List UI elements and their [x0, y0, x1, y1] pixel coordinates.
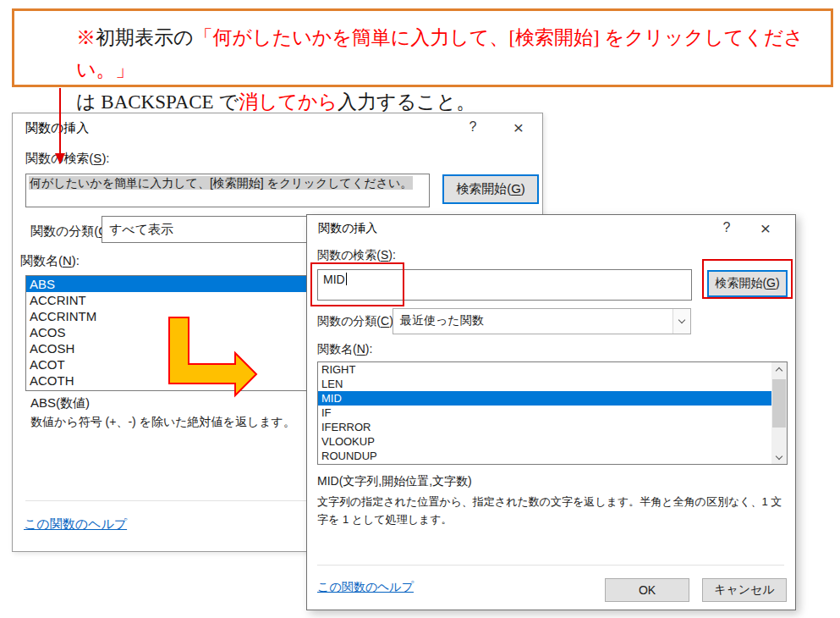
search-input[interactable]: 何がしたいかを簡単に入力して、[検索開始] をクリックしてください。	[25, 174, 430, 207]
list-item[interactable]: ABS	[26, 276, 308, 292]
category-select[interactable]: 最近使った関数	[393, 308, 691, 334]
help-button[interactable]: ?	[464, 119, 482, 135]
dialog-title: 関数の挿入	[318, 221, 377, 236]
dialog-title: 関数の挿入	[25, 120, 89, 136]
function-name-label: 関数名(N):	[317, 342, 372, 357]
function-signature: MID(文字列,開始位置,文字数)	[317, 474, 472, 489]
list-item[interactable]: ACOTH	[26, 372, 308, 389]
scroll-up-icon[interactable]	[771, 362, 787, 376]
insert-function-dialog-front: 関数の挿入 ? × 関数の検索(S): MID 検索開始(G) 関数の分類(C)…	[306, 214, 796, 610]
search-label: 関数の検索(S):	[317, 248, 396, 263]
list-item[interactable]: ROUNDUP	[318, 449, 771, 463]
callout-mark: ※	[76, 27, 96, 48]
chevron-down-icon[interactable]	[673, 309, 690, 334]
close-button[interactable]: ×	[756, 219, 775, 238]
list-item[interactable]: VLOOKUP	[318, 434, 771, 449]
screenshot-root: ※初期表示の「何がしたいかを簡単に入力して、[検索開始] をクリックしてください…	[0, 0, 840, 618]
highlight-box-search-button	[702, 259, 793, 299]
list-item[interactable]: ACCRINT	[26, 292, 308, 308]
function-list[interactable]: RIGHT LEN MID IF IFERROR VLOOKUP ROUNDUP	[317, 361, 788, 465]
list-item[interactable]: IFERROR	[318, 420, 771, 434]
list-item[interactable]: RIGHT	[318, 362, 771, 377]
category-value: すべて表示	[109, 222, 173, 238]
help-button[interactable]: ?	[717, 220, 736, 235]
list-item[interactable]: ACCRINTM	[26, 308, 308, 324]
selected-input-text: 何がしたいかを簡単に入力して、[検索開始] をクリックしてください。	[29, 176, 413, 190]
search-start-button[interactable]: 検索開始(G)	[442, 174, 539, 204]
cancel-button[interactable]: キャンセル	[702, 578, 787, 602]
function-description: 文字列の指定された位置から、指定された数の文字を返します。半角と全角の区別なく、…	[317, 493, 784, 528]
highlight-box-search-input	[310, 262, 404, 306]
list-item[interactable]: ACOSH	[26, 340, 308, 356]
list-item[interactable]: MID	[318, 391, 771, 406]
scrollbar[interactable]	[771, 362, 787, 464]
callout-text-black: 初期表示の	[96, 27, 194, 48]
function-help-link[interactable]: この関数のヘルプ	[317, 580, 414, 595]
instruction-callout: ※初期表示の「何がしたいかを簡単に入力して、[検索開始] をクリックしてください…	[12, 8, 833, 87]
function-description: 数値から符号 (+、-) を除いた絶対値を返します。	[30, 415, 295, 430]
search-label: 関数の検索(S):	[25, 151, 110, 167]
scroll-down-icon[interactable]	[771, 450, 787, 464]
scrollbar-thumb[interactable]	[772, 379, 786, 428]
list-item[interactable]: LEN	[318, 377, 771, 391]
function-list[interactable]: ABS ACCRINT ACCRINTM ACOS ACOSH ACOT ACO…	[25, 275, 309, 391]
list-item[interactable]: IF	[318, 406, 771, 420]
category-value: 最近使った関数	[400, 313, 484, 328]
callout-text-red: 消してから	[239, 91, 338, 113]
list-item[interactable]: ACOS	[26, 324, 308, 340]
callout-text-black: は BACKSPACE で	[76, 91, 239, 113]
ok-button[interactable]: OK	[605, 578, 689, 602]
function-name-label: 関数名(N):	[20, 253, 80, 269]
function-help-link[interactable]: この関数のヘルプ	[24, 516, 127, 532]
callout-text-black: 入力すること。	[338, 91, 475, 113]
divider	[317, 565, 784, 566]
callout-line-1: ※初期表示の「何がしたいかを簡単に入力して、[検索開始] をクリックしてください…	[76, 22, 822, 86]
category-label: 関数の分類(C):	[317, 314, 397, 329]
list-item[interactable]: ACOT	[26, 356, 308, 372]
close-button[interactable]: ×	[509, 119, 528, 137]
function-signature: ABS(数値)	[30, 395, 90, 411]
